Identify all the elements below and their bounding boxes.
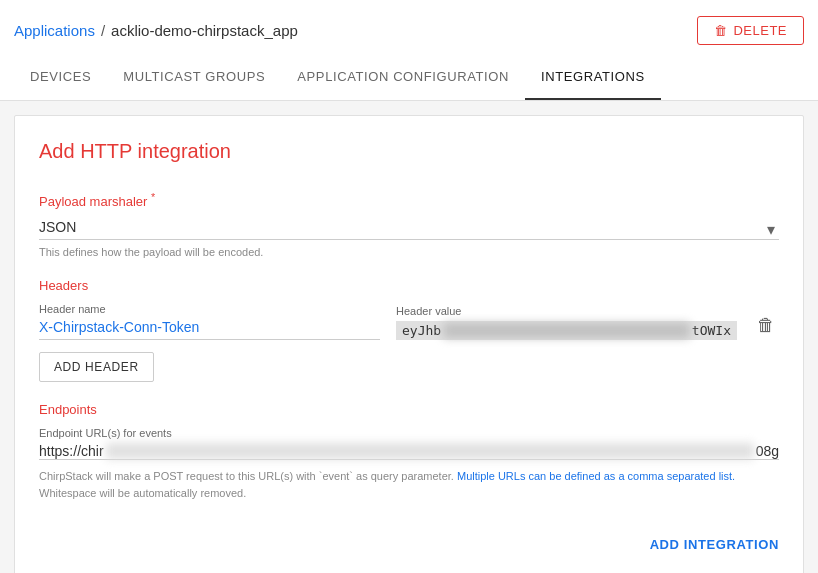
breadcrumb-link-applications[interactable]: Applications	[14, 22, 95, 39]
payload-marshaler-select-wrapper: JSON Protobuf JSON (legacy / v3) ▾	[39, 219, 779, 240]
header-value-field: Header value eyJhb tOWIx	[396, 305, 737, 340]
delete-button-label: DELETE	[733, 23, 787, 38]
endpoint-hint-link: Multiple URLs can be defined as a comma …	[457, 470, 735, 482]
add-integration-button[interactable]: ADD INTEGRATION	[650, 537, 779, 552]
page-title-prefix: Add	[39, 140, 80, 162]
page-title-colored: HTTP	[80, 140, 132, 162]
endpoint-hint-end: Whitespace will be automatically removed…	[39, 487, 246, 499]
header-value-prefix: eyJhb	[402, 323, 441, 338]
endpoints-section-label: Endpoints	[39, 402, 779, 417]
header-value-masked	[443, 323, 690, 338]
endpoint-input-wrapper: https://chir 08g	[39, 443, 779, 460]
header-name-field: Header name	[39, 303, 380, 340]
bottom-actions: ADD INTEGRATION	[39, 521, 779, 552]
header-name-label: Header name	[39, 303, 380, 315]
payload-marshaler-group: Payload marshaler * JSON Protobuf JSON (…	[39, 191, 779, 258]
tab-devices[interactable]: DEVICES	[14, 55, 107, 100]
header-value-suffix: tOWIx	[692, 323, 731, 338]
endpoint-url-prefix: https://chir	[39, 443, 104, 459]
delete-header-button[interactable]: 🗑	[753, 311, 779, 340]
endpoint-hint: ChirpStack will make a POST request to t…	[39, 468, 779, 501]
tab-multicast-groups[interactable]: MULTICAST GROUPS	[107, 55, 281, 100]
tab-application-configuration[interactable]: APPLICATION CONFIGURATION	[281, 55, 525, 100]
page-title: Add HTTP integration	[39, 140, 779, 163]
payload-marshaler-label: Payload marshaler *	[39, 191, 779, 209]
endpoint-url-label: Endpoint URL(s) for events	[39, 427, 779, 439]
headers-section: Headers Header name Header value eyJhb t…	[39, 278, 779, 382]
breadcrumb-separator: /	[101, 22, 105, 39]
endpoint-hint-main: ChirpStack will make a POST request to t…	[39, 470, 454, 482]
top-bar: Applications / acklio-demo-chirpstack_ap…	[0, 0, 818, 55]
breadcrumb-current: acklio-demo-chirpstack_app	[111, 22, 298, 39]
trash-icon: 🗑	[714, 23, 728, 38]
endpoint-url-suffix: 08g	[756, 443, 779, 459]
headers-section-label: Headers	[39, 278, 779, 293]
header-value-label: Header value	[396, 305, 737, 317]
breadcrumb: Applications / acklio-demo-chirpstack_ap…	[14, 22, 298, 39]
tabs-bar: DEVICES MULTICAST GROUPS APPLICATION CON…	[0, 55, 818, 101]
tab-integrations[interactable]: INTEGRATIONS	[525, 55, 661, 100]
main-content: Add HTTP integration Payload marshaler *…	[14, 115, 804, 573]
header-name-input[interactable]	[39, 319, 380, 340]
add-header-button[interactable]: ADD HEADER	[39, 352, 154, 382]
payload-marshaler-select[interactable]: JSON Protobuf JSON (legacy / v3)	[39, 219, 779, 235]
delete-button[interactable]: 🗑 DELETE	[697, 16, 804, 45]
payload-marshaler-hint: This defines how the payload will be enc…	[39, 246, 779, 258]
page-title-suffix: integration	[132, 140, 231, 162]
headers-row: Header name Header value eyJhb tOWIx 🗑	[39, 303, 779, 340]
endpoints-section: Endpoints Endpoint URL(s) for events htt…	[39, 402, 779, 501]
endpoint-url-masked	[106, 443, 754, 459]
trash-icon: 🗑	[757, 315, 775, 336]
